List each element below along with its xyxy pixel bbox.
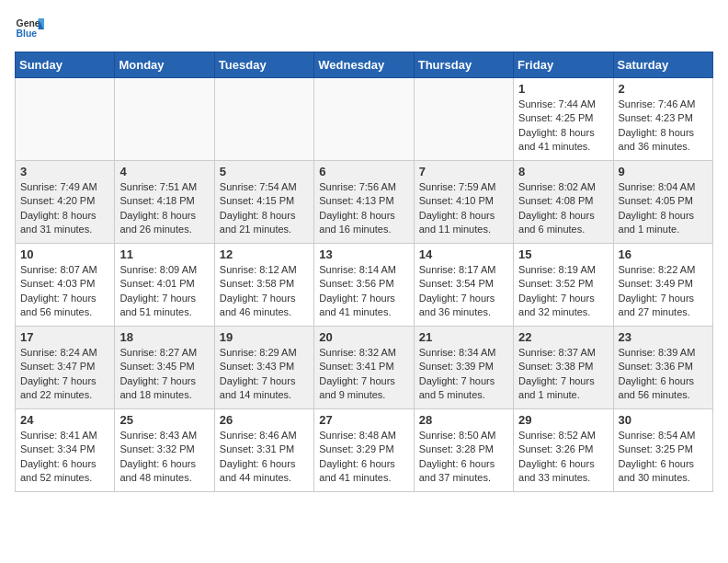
calendar-cell: 7Sunrise: 7:59 AMSunset: 4:10 PMDaylight… — [414, 161, 513, 244]
day-number: 18 — [119, 330, 209, 344]
day-header-friday: Friday — [514, 52, 613, 78]
calendar-table: SundayMondayTuesdayWednesdayThursdayFrid… — [15, 52, 713, 492]
week-row-4: 17Sunrise: 8:24 AMSunset: 3:47 PMDayligh… — [16, 327, 713, 409]
calendar-cell: 1Sunrise: 7:44 AMSunset: 4:25 PMDaylight… — [514, 78, 613, 161]
week-row-2: 3Sunrise: 7:49 AMSunset: 4:20 PMDaylight… — [16, 161, 713, 244]
day-info: Sunrise: 8:17 AMSunset: 3:54 PMDaylight:… — [419, 263, 508, 320]
day-info: Sunrise: 8:27 AMSunset: 3:45 PMDaylight:… — [119, 346, 209, 403]
day-number: 14 — [419, 247, 508, 261]
calendar-cell: 16Sunrise: 8:22 AMSunset: 3:49 PMDayligh… — [613, 244, 712, 327]
day-number: 3 — [20, 165, 109, 178]
day-number: 2 — [619, 82, 708, 96]
calendar-cell: 11Sunrise: 8:09 AMSunset: 4:01 PMDayligh… — [115, 244, 214, 327]
day-header-tuesday: Tuesday — [214, 52, 313, 78]
day-info: Sunrise: 8:07 AMSunset: 4:03 PMDaylight:… — [20, 263, 109, 320]
day-info: Sunrise: 8:41 AMSunset: 3:34 PMDaylight:… — [20, 429, 109, 486]
day-info: Sunrise: 7:51 AMSunset: 4:18 PMDaylight:… — [119, 180, 209, 237]
logo-icon: General Blue — [15, 15, 44, 40]
day-info: Sunrise: 8:39 AMSunset: 3:36 PMDaylight:… — [619, 346, 708, 403]
calendar-cell: 14Sunrise: 8:17 AMSunset: 3:54 PMDayligh… — [414, 244, 513, 327]
week-row-1: 1Sunrise: 7:44 AMSunset: 4:25 PMDaylight… — [16, 78, 713, 161]
day-number: 11 — [119, 247, 209, 261]
calendar-cell — [314, 78, 414, 161]
day-info: Sunrise: 8:22 AMSunset: 3:49 PMDaylight:… — [619, 263, 708, 320]
day-number: 17 — [20, 330, 109, 344]
day-number: 6 — [319, 165, 408, 178]
calendar-cell — [115, 78, 214, 161]
calendar-cell: 10Sunrise: 8:07 AMSunset: 4:03 PMDayligh… — [16, 244, 115, 327]
day-number: 9 — [619, 165, 708, 178]
day-info: Sunrise: 8:02 AMSunset: 4:08 PMDaylight:… — [518, 180, 608, 237]
calendar-cell: 26Sunrise: 8:46 AMSunset: 3:31 PMDayligh… — [214, 409, 313, 492]
day-info: Sunrise: 7:49 AMSunset: 4:20 PMDaylight:… — [20, 180, 109, 237]
week-row-3: 10Sunrise: 8:07 AMSunset: 4:03 PMDayligh… — [16, 244, 713, 327]
day-number: 20 — [319, 330, 408, 344]
day-info: Sunrise: 8:52 AMSunset: 3:26 PMDaylight:… — [518, 429, 608, 486]
calendar-cell: 8Sunrise: 8:02 AMSunset: 4:08 PMDaylight… — [514, 161, 613, 244]
day-number: 16 — [619, 247, 708, 261]
day-number: 1 — [518, 82, 608, 96]
day-number: 12 — [220, 247, 309, 261]
calendar-cell: 30Sunrise: 8:54 AMSunset: 3:25 PMDayligh… — [613, 409, 712, 492]
calendar-cell: 23Sunrise: 8:39 AMSunset: 3:36 PMDayligh… — [613, 327, 712, 409]
calendar-cell: 18Sunrise: 8:27 AMSunset: 3:45 PMDayligh… — [115, 327, 214, 409]
week-row-5: 24Sunrise: 8:41 AMSunset: 3:34 PMDayligh… — [16, 409, 713, 492]
day-number: 4 — [119, 165, 209, 178]
day-info: Sunrise: 8:54 AMSunset: 3:25 PMDaylight:… — [619, 429, 708, 486]
calendar-cell: 29Sunrise: 8:52 AMSunset: 3:26 PMDayligh… — [514, 409, 613, 492]
day-info: Sunrise: 8:19 AMSunset: 3:52 PMDaylight:… — [518, 263, 608, 320]
day-number: 27 — [319, 413, 408, 427]
day-info: Sunrise: 8:04 AMSunset: 4:05 PMDaylight:… — [619, 180, 708, 237]
calendar-cell: 13Sunrise: 8:14 AMSunset: 3:56 PMDayligh… — [314, 244, 414, 327]
calendar-cell — [214, 78, 313, 161]
day-number: 30 — [619, 413, 708, 427]
day-info: Sunrise: 7:56 AMSunset: 4:13 PMDaylight:… — [319, 180, 408, 237]
day-info: Sunrise: 8:24 AMSunset: 3:47 PMDaylight:… — [20, 346, 109, 403]
calendar-cell — [16, 78, 115, 161]
day-header-sunday: Sunday — [16, 52, 115, 78]
calendar-cell: 4Sunrise: 7:51 AMSunset: 4:18 PMDaylight… — [115, 161, 214, 244]
logo: General Blue — [15, 15, 44, 40]
day-info: Sunrise: 7:59 AMSunset: 4:10 PMDaylight:… — [419, 180, 508, 237]
calendar-cell: 25Sunrise: 8:43 AMSunset: 3:32 PMDayligh… — [115, 409, 214, 492]
day-info: Sunrise: 8:48 AMSunset: 3:29 PMDaylight:… — [319, 429, 408, 486]
day-number: 19 — [220, 330, 309, 344]
calendar-cell: 28Sunrise: 8:50 AMSunset: 3:28 PMDayligh… — [414, 409, 513, 492]
day-info: Sunrise: 8:50 AMSunset: 3:28 PMDaylight:… — [419, 429, 508, 486]
day-header-monday: Monday — [115, 52, 214, 78]
calendar-cell: 3Sunrise: 7:49 AMSunset: 4:20 PMDaylight… — [16, 161, 115, 244]
day-info: Sunrise: 8:34 AMSunset: 3:39 PMDaylight:… — [419, 346, 508, 403]
calendar-cell: 21Sunrise: 8:34 AMSunset: 3:39 PMDayligh… — [414, 327, 513, 409]
calendar-cell: 12Sunrise: 8:12 AMSunset: 3:58 PMDayligh… — [214, 244, 313, 327]
calendar-cell: 15Sunrise: 8:19 AMSunset: 3:52 PMDayligh… — [514, 244, 613, 327]
day-info: Sunrise: 8:32 AMSunset: 3:41 PMDaylight:… — [319, 346, 408, 403]
day-number: 23 — [619, 330, 708, 344]
day-header-saturday: Saturday — [613, 52, 712, 78]
day-info: Sunrise: 8:09 AMSunset: 4:01 PMDaylight:… — [119, 263, 209, 320]
calendar-cell: 27Sunrise: 8:48 AMSunset: 3:29 PMDayligh… — [314, 409, 414, 492]
day-header-wednesday: Wednesday — [314, 52, 414, 78]
day-info: Sunrise: 8:14 AMSunset: 3:56 PMDaylight:… — [319, 263, 408, 320]
calendar-cell: 9Sunrise: 8:04 AMSunset: 4:05 PMDaylight… — [613, 161, 712, 244]
day-info: Sunrise: 7:54 AMSunset: 4:15 PMDaylight:… — [220, 180, 309, 237]
day-info: Sunrise: 7:46 AMSunset: 4:23 PMDaylight:… — [619, 98, 708, 155]
calendar-cell — [414, 78, 513, 161]
day-info: Sunrise: 8:43 AMSunset: 3:32 PMDaylight:… — [119, 429, 209, 486]
header: General Blue — [15, 15, 713, 40]
calendar-header: SundayMondayTuesdayWednesdayThursdayFrid… — [16, 52, 713, 78]
calendar-cell: 5Sunrise: 7:54 AMSunset: 4:15 PMDaylight… — [214, 161, 313, 244]
day-number: 28 — [419, 413, 508, 427]
calendar-cell: 19Sunrise: 8:29 AMSunset: 3:43 PMDayligh… — [214, 327, 313, 409]
day-number: 29 — [518, 413, 608, 427]
day-number: 10 — [20, 247, 109, 261]
svg-text:Blue: Blue — [17, 29, 38, 39]
day-number: 26 — [220, 413, 309, 427]
day-number: 25 — [119, 413, 209, 427]
day-number: 24 — [20, 413, 109, 427]
day-number: 8 — [518, 165, 608, 178]
day-number: 22 — [518, 330, 608, 344]
calendar-cell: 20Sunrise: 8:32 AMSunset: 3:41 PMDayligh… — [314, 327, 414, 409]
day-info: Sunrise: 8:37 AMSunset: 3:38 PMDaylight:… — [518, 346, 608, 403]
day-info: Sunrise: 8:46 AMSunset: 3:31 PMDaylight:… — [220, 429, 309, 486]
day-info: Sunrise: 8:12 AMSunset: 3:58 PMDaylight:… — [220, 263, 309, 320]
